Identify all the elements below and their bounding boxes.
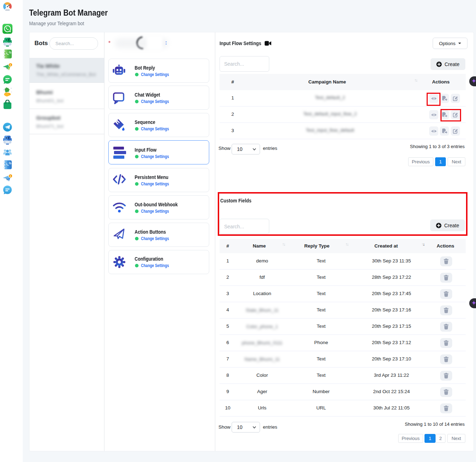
svg-text:1: 1	[10, 174, 11, 178]
svg-text:1: 1	[10, 63, 11, 66]
